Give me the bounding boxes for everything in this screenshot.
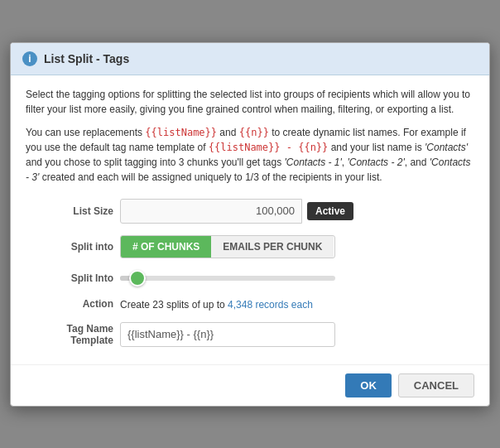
slider-thumb[interactable] [129,270,146,287]
dialog-header: i List Split - Tags [11,43,489,75]
tag-name-input[interactable] [120,322,335,347]
action-row: Action Create 23 splits of up to 4,348 r… [26,292,474,316]
action-text-before: Create 23 splits of up to [120,299,228,311]
dialog-title: List Split - Tags [44,52,129,65]
form-table: List Size Active Split into # OF CHUNKS … [26,193,474,353]
action-text: Create 23 splits of up to 4,348 records … [120,299,313,311]
split-into2-row: Split Into [26,264,474,292]
list-size-container: Active [120,199,471,224]
emails-per-chunk-button[interactable]: EMAILS PER CHUNK [211,236,334,258]
list-size-value-col: Active [117,193,474,229]
tag-name-label-line1: Tag Name [67,323,113,335]
split-into-value-col: # OF CHUNKS EMAILS PER CHUNK [117,229,474,264]
split-into-label: Split into [26,229,117,264]
chunks-button[interactable]: # OF CHUNKS [121,236,211,258]
split-into-row: Split into # OF CHUNKS EMAILS PER CHUNK [26,229,474,264]
placeholder1: {{listName}} [145,127,217,138]
italic1: 'Contacts' [425,142,468,153]
tag-name-label: Tag Name Template [26,316,117,353]
italic2: 'Contacts - 1' [285,157,342,168]
split-toggle: # OF CHUNKS EMAILS PER CHUNK [120,235,335,258]
placeholder3: {{listName}} - {{n}} [209,142,329,153]
action-link[interactable]: 4,348 records each [228,299,313,311]
desc-mid1: and [217,127,239,138]
desc-prefix: You can use replacements [26,127,145,138]
dialog-footer: OK CANCEL [11,364,489,406]
list-size-label: List Size [26,193,117,229]
italic3: 'Contacts - 2' [347,157,404,168]
active-badge: Active [307,202,353,220]
action-value-col: Create 23 splits of up to 4,348 records … [117,292,474,316]
desc-mid3: and your list name is [328,142,425,153]
ok-button[interactable]: OK [345,373,392,397]
placeholder2: {{n}} [239,127,269,138]
list-split-tags-dialog: i List Split - Tags Select the tagging o… [10,42,490,407]
desc-mid6: , and [405,157,430,168]
info-icon: i [22,51,37,66]
split-into2-label: Split Into [26,264,117,292]
slider-track [120,276,335,281]
description-line1: Select the tagging options for splitting… [26,87,474,117]
desc-mid4: and you chose to split tagging into 3 ch… [26,157,285,168]
slider-col [117,264,474,292]
cancel-button[interactable]: CANCEL [398,373,474,397]
list-size-row: List Size Active [26,193,474,229]
action-label: Action [26,292,117,316]
list-size-input[interactable] [120,199,302,224]
dialog-body: Select the tagging options for splitting… [11,75,489,364]
tag-name-row: Tag Name Template [26,316,474,353]
slider-container[interactable] [120,270,335,287]
description-line2: You can use replacements {{listName}} an… [26,125,474,185]
tag-name-value-col [117,316,474,353]
desc-end: created and each will be assigned unique… [39,171,382,183]
tag-name-label-line2: Template [70,335,113,346]
